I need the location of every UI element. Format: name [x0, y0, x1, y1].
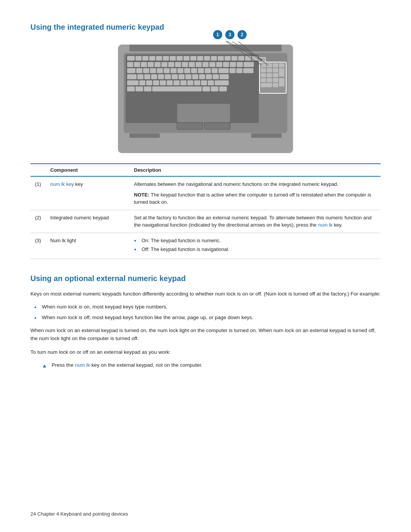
num-lk-link-3: num lk	[75, 362, 90, 368]
callout-3: 3	[225, 30, 234, 39]
svg-rect-12	[183, 56, 190, 61]
svg-rect-86	[135, 86, 143, 91]
svg-rect-68	[199, 74, 205, 79]
svg-rect-113	[177, 104, 230, 123]
svg-rect-76	[160, 80, 166, 85]
note-block-1: NOTE: The keypad function that is active…	[134, 191, 376, 206]
svg-rect-88	[152, 86, 202, 91]
svg-rect-53	[212, 68, 218, 73]
svg-rect-116	[129, 133, 160, 138]
row-component-1-suffix: key	[75, 181, 83, 187]
svg-rect-44	[150, 68, 156, 73]
svg-rect-73	[139, 80, 145, 85]
section2-intro: Keys on most external numeric keypads fu…	[30, 290, 381, 298]
svg-rect-71	[220, 74, 229, 79]
table-row: (1) num lk key key Alternates between th…	[30, 176, 381, 210]
svg-rect-60	[144, 74, 150, 79]
svg-rect-91	[219, 86, 227, 91]
svg-rect-9	[163, 56, 169, 61]
svg-rect-77	[167, 80, 173, 85]
row-component-3: Num lk light	[46, 233, 129, 259]
page-title-1: Using the integrated numeric keypad	[30, 23, 381, 32]
svg-rect-39	[237, 62, 243, 67]
svg-rect-56	[236, 68, 242, 73]
bullet-item: When num lock is on, most keypad keys ty…	[42, 303, 381, 311]
svg-rect-42	[136, 68, 142, 73]
svg-rect-16	[211, 56, 217, 61]
svg-rect-75	[153, 80, 159, 85]
footer-text: 24 Chapter 4 Keyboard and pointing devic…	[30, 511, 128, 517]
svg-rect-41	[127, 68, 135, 73]
svg-rect-17	[218, 56, 224, 61]
keyboard-svg: nlk	[118, 41, 293, 153]
svg-rect-23	[127, 62, 133, 67]
svg-rect-64	[172, 74, 178, 79]
row-num-2: (2)	[30, 210, 46, 233]
callout-numbers: 1 3 2	[213, 30, 247, 39]
callout-2: 2	[237, 30, 247, 39]
table-header-empty	[30, 164, 46, 176]
bullet-item: On: The keypad function is numeric.	[134, 237, 376, 244]
triangle-icon: ▲	[42, 362, 47, 370]
svg-rect-43	[143, 68, 149, 73]
svg-rect-109	[273, 83, 278, 87]
svg-rect-103	[273, 73, 278, 77]
svg-rect-58	[127, 74, 137, 79]
svg-rect-115	[204, 123, 230, 129]
svg-rect-21	[245, 56, 251, 61]
note-text-1: The keypad function that is active when …	[134, 192, 371, 205]
page-title-2: Using an optional external numeric keypa…	[30, 274, 381, 283]
triangle-text: Press the num lk key on the external key…	[52, 361, 202, 369]
svg-rect-100	[279, 68, 284, 77]
row-num-1: (1)	[30, 176, 46, 210]
svg-rect-47	[170, 68, 177, 73]
svg-rect-31	[182, 62, 188, 67]
svg-rect-78	[174, 80, 180, 85]
bullet-item: When num lock is off, most keypad keys f…	[42, 314, 381, 321]
svg-rect-5	[135, 56, 142, 61]
table-row: (2) Integrated numeric keypad Set at the…	[30, 210, 381, 233]
svg-rect-35	[209, 62, 215, 67]
svg-rect-4	[127, 56, 135, 61]
section2-triangle-item: ▲ Press the num lk key on the external k…	[30, 361, 381, 370]
table-header-component: Component	[46, 164, 129, 176]
svg-rect-30	[175, 62, 181, 67]
section2-para3: To turn num lock on or off on an externa…	[30, 348, 381, 356]
svg-rect-26	[148, 62, 154, 67]
svg-rect-28	[161, 62, 167, 67]
row-component-2: Integrated numeric keypad	[46, 210, 129, 233]
svg-rect-33	[196, 62, 202, 67]
num-lk-link-2: num lk	[318, 222, 332, 228]
row-desc-1: Alternates between the navigational and …	[129, 176, 381, 210]
svg-rect-80	[187, 80, 193, 85]
svg-rect-105	[267, 78, 272, 82]
svg-rect-49	[184, 68, 190, 73]
svg-rect-70	[213, 74, 219, 79]
svg-rect-62	[158, 74, 164, 79]
note-label: NOTE:	[134, 192, 151, 198]
svg-rect-104	[261, 78, 266, 82]
row-num-3: (3)	[30, 233, 46, 259]
svg-rect-10	[170, 56, 176, 61]
footer: 24 Chapter 4 Keyboard and pointing devic…	[30, 511, 128, 517]
svg-rect-96	[279, 63, 284, 67]
svg-rect-40	[244, 62, 254, 67]
svg-rect-72	[127, 80, 139, 85]
svg-rect-46	[164, 68, 170, 73]
svg-rect-20	[238, 56, 244, 61]
svg-rect-54	[218, 68, 229, 73]
svg-rect-98	[267, 68, 272, 72]
svg-rect-106	[273, 78, 278, 82]
keyboard-image-section: 1 3 2	[30, 41, 381, 154]
svg-rect-69	[206, 74, 212, 79]
svg-rect-83	[208, 80, 214, 85]
svg-rect-99	[273, 68, 278, 72]
svg-rect-32	[189, 62, 195, 67]
svg-rect-63	[165, 74, 171, 79]
svg-rect-11	[177, 56, 183, 61]
num-lk-link: num lk key	[50, 181, 74, 187]
svg-rect-18	[225, 56, 231, 61]
svg-rect-48	[177, 68, 183, 73]
svg-rect-27	[155, 62, 161, 67]
svg-rect-108	[261, 83, 272, 87]
